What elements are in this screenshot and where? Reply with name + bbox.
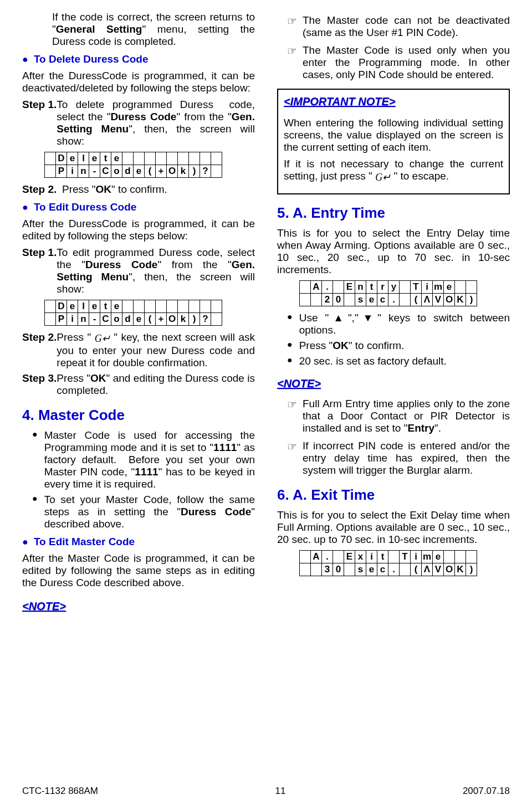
entry-bullet-3: ● 20 sec. is set as factory default. — [287, 355, 510, 367]
entry-bullet-1: ● Use "▲","▼" keys to switch between opt… — [287, 312, 510, 336]
hand-icon: ☞ — [287, 44, 297, 81]
hand-icon: ☞ — [287, 398, 297, 434]
note-label-right: <NOTE> — [277, 377, 321, 390]
important-note-box: <IMPORTANT NOTE> When entering the follo… — [277, 89, 510, 194]
entry-time-text: This is for you to select the Entry Dela… — [277, 227, 510, 276]
edit-step-1: Step 1. To edit programmed Duress code, … — [22, 247, 255, 295]
edit-step-2: Step 2. Press " G↵ " key, the next scree… — [22, 331, 255, 369]
edit-step-3: Step 3. Press "OK" and editing the Dures… — [22, 372, 255, 397]
delete-step-2: Step 2. Press "OK" to confirm. — [22, 183, 255, 196]
note-label-left: <NOTE> — [22, 600, 66, 613]
g-key-icon: G↵ — [375, 171, 391, 183]
page-footer: CTC-1132 868AM 11 2007.07.18 — [22, 786, 510, 797]
hand-icon: ☞ — [287, 440, 297, 476]
left-column: If the code is correct, the screen retur… — [22, 11, 255, 617]
important-note-label: <IMPORTANT NOTE> — [284, 95, 396, 108]
exit-time-text: This is for you to select the Exit Delay… — [277, 509, 510, 546]
hand-note-2: ☞ The Master Code is used only when you … — [287, 44, 510, 81]
footer-right: 2007.07.18 — [463, 786, 510, 797]
lcd-delete: Delete Pin-Code(+Ok)? — [44, 152, 222, 178]
entry-note-1: ☞ Full Arm Entry time applies only to th… — [287, 398, 510, 434]
delete-intro: After the DuressCode is programmed, it c… — [22, 70, 255, 94]
master-bullet-2: ● To set your Master Code, follow the sa… — [32, 494, 255, 530]
delete-step-1: Step 1. To delete programmed Duress code… — [22, 99, 255, 147]
edit-master-head: To Edit Master Code — [22, 536, 255, 548]
exit-time-head: 6. A. Exit Time — [277, 486, 510, 504]
right-column: ☞ The Master code can not be deactivated… — [277, 11, 510, 617]
hand-note-1: ☞ The Master code can not be deactivated… — [287, 14, 510, 39]
edit-master-text: After the Master Code is programmed, it … — [22, 552, 255, 589]
g-key-icon: G↵ — [95, 332, 110, 345]
lcd-entry: A.EntryTime 20sec.(ΛVOK) — [299, 280, 477, 306]
entry-note-2: ☞ If incorrect PIN code is entered and/o… — [287, 440, 510, 476]
entry-bullet-2: ● Press "OK" to confirm. — [287, 340, 510, 352]
hand-icon: ☞ — [287, 14, 297, 39]
delete-duress-head: To Delete Duress Code — [22, 53, 255, 65]
footer-left: CTC-1132 868AM — [22, 786, 98, 797]
lcd-edit: Delete Pin-Code(+Ok)? — [44, 300, 222, 326]
intro-text: If the code is correct, the screen retur… — [52, 11, 255, 48]
master-code-head: 4. Master Code — [22, 407, 255, 424]
edit-intro: After the DuressCode is programmed, it c… — [22, 218, 255, 242]
footer-center: 11 — [275, 786, 286, 797]
edit-duress-head: To Edit Duress Code — [22, 201, 255, 213]
master-bullet-1: ● Master Code is used for accessing the … — [32, 429, 255, 490]
entry-time-head: 5. A. Entry Time — [277, 204, 510, 222]
lcd-exit: A.ExitTime 30sec.(ΛVOK) — [299, 550, 477, 576]
